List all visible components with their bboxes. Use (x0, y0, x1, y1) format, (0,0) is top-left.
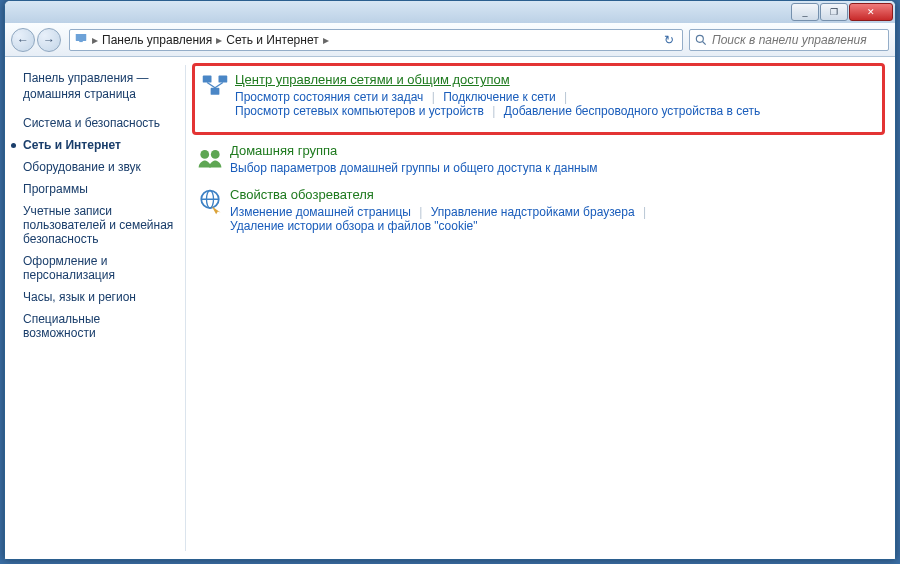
svg-line-7 (207, 83, 215, 88)
network-center-icon (201, 72, 229, 100)
svg-rect-1 (79, 41, 83, 42)
section-network-center: Центр управления сетями и общим доступом… (197, 68, 876, 126)
svg-rect-5 (219, 76, 228, 83)
link-addons[interactable]: Управление надстройками браузера (431, 205, 635, 219)
sidebar-item-appearance[interactable]: Оформление и персонализация (23, 254, 175, 282)
maximize-button[interactable]: ❐ (820, 3, 848, 21)
sidebar-item-ease[interactable]: Специальные возможности (23, 312, 175, 340)
navbar: ← → ▸ Панель управления ▸ Сеть и Интерне… (5, 23, 895, 57)
svg-line-3 (703, 41, 706, 44)
back-button[interactable]: ← (11, 28, 35, 52)
refresh-button[interactable]: ↻ (660, 33, 678, 47)
homegroup-icon (196, 143, 224, 171)
svg-point-10 (211, 150, 220, 159)
sidebar-item-network[interactable]: Сеть и Интернет (23, 138, 175, 152)
breadcrumb-icon (74, 31, 88, 48)
link-status[interactable]: Просмотр состояния сети и задач (235, 90, 423, 104)
forward-button[interactable]: → (37, 28, 61, 52)
svg-point-2 (696, 35, 703, 42)
breadcrumb-current[interactable]: Сеть и Интернет (226, 33, 318, 47)
link-add-wireless[interactable]: Добавление беспроводного устройства в се… (504, 104, 761, 118)
svg-line-8 (215, 83, 223, 88)
link-homegroup-options[interactable]: Выбор параметров домашней группы и общег… (230, 161, 598, 175)
control-panel-window: _ ❐ ✕ ← → ▸ Панель управления ▸ Сеть и И… (4, 0, 896, 560)
homegroup-title[interactable]: Домашняя группа (230, 143, 881, 158)
sidebar-item-system[interactable]: Система и безопасность (23, 116, 175, 130)
minimize-button[interactable]: _ (791, 3, 819, 21)
network-center-title[interactable]: Центр управления сетями и общим доступом (235, 72, 872, 87)
highlight-box: Центр управления сетями и общим доступом… (192, 63, 885, 135)
breadcrumb[interactable]: ▸ Панель управления ▸ Сеть и Интернет ▸ … (69, 29, 683, 51)
search-icon (694, 33, 708, 47)
sidebar-item-hardware[interactable]: Оборудование и звук (23, 160, 175, 174)
link-delete-history[interactable]: Удаление истории обзора и файлов "cookie… (230, 219, 478, 233)
section-homegroup: Домашняя группа Выбор параметров домашне… (192, 139, 885, 183)
link-homepage[interactable]: Изменение домашней страницы (230, 205, 411, 219)
sidebar-item-users[interactable]: Учетные записи пользователей и семейная … (23, 204, 175, 246)
link-view-devices[interactable]: Просмотр сетевых компьютеров и устройств (235, 104, 484, 118)
internet-options-icon (196, 187, 224, 215)
svg-rect-0 (76, 34, 87, 41)
search-box[interactable] (689, 29, 889, 51)
search-input[interactable] (712, 33, 884, 47)
sidebar-item-clock[interactable]: Часы, язык и регион (23, 290, 175, 304)
sidebar-item-programs[interactable]: Программы (23, 182, 175, 196)
sidebar: Панель управления — домашняя страница Си… (5, 57, 185, 559)
svg-rect-6 (211, 88, 220, 95)
body: Панель управления — домашняя страница Си… (5, 57, 895, 559)
breadcrumb-root[interactable]: Панель управления (102, 33, 212, 47)
svg-point-9 (200, 150, 209, 159)
section-internet-options: Свойства обозревателя Изменение домашней… (192, 183, 885, 241)
sidebar-home[interactable]: Панель управления — домашняя страница (23, 71, 175, 102)
internet-options-title[interactable]: Свойства обозревателя (230, 187, 881, 202)
titlebar: _ ❐ ✕ (5, 1, 895, 23)
content: Центр управления сетями и общим доступом… (186, 57, 895, 559)
link-connect[interactable]: Подключение к сети (443, 90, 555, 104)
close-button[interactable]: ✕ (849, 3, 893, 21)
svg-rect-4 (203, 76, 212, 83)
